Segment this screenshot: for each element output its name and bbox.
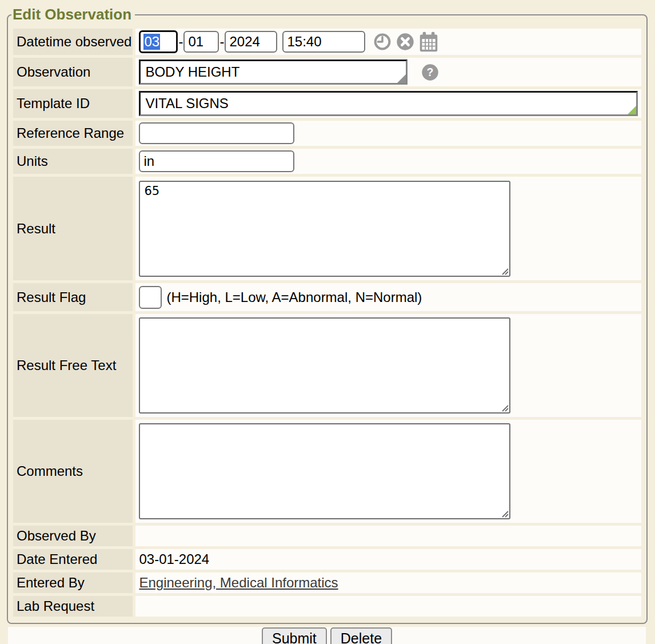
template-id-label: Template ID	[13, 89, 133, 118]
reference-range-input[interactable]	[139, 122, 294, 144]
reference-range-label: Reference Range	[13, 121, 133, 146]
datetime-label: Datetime observed	[13, 29, 133, 55]
date-separator: -	[178, 34, 183, 50]
result-textarea[interactable]: 65	[139, 181, 510, 277]
result-flag-hint: (H=High, L=Low, A=Abnormal, N=Normal)	[166, 289, 422, 305]
template-id-select[interactable]: VITAL SIGNS	[139, 91, 638, 116]
row-comments: Comments	[13, 420, 641, 523]
submit-button[interactable]: Submit	[262, 627, 327, 644]
clear-icon[interactable]	[396, 33, 414, 51]
time-input[interactable]	[282, 31, 365, 53]
row-units: Units	[13, 149, 641, 174]
form-actions: Submit Delete	[8, 627, 646, 644]
date-entered-value: 03-01-2024	[135, 549, 641, 570]
day-input[interactable]	[183, 31, 219, 53]
svg-text:?: ?	[427, 66, 434, 78]
entered-by-link[interactable]: Engineering, Medical Informatics	[139, 575, 338, 590]
row-result-free-text: Result Free Text	[13, 314, 641, 417]
units-label: Units	[13, 149, 133, 174]
result-free-text-textarea[interactable]	[139, 317, 510, 414]
comments-label: Comments	[13, 420, 133, 523]
resize-grip-icon[interactable]	[501, 404, 509, 412]
lab-request-value	[135, 596, 641, 617]
result-flag-input[interactable]	[139, 286, 162, 309]
delete-button[interactable]: Delete	[330, 627, 392, 644]
date-separator: -	[219, 34, 224, 50]
entered-by-label: Entered By	[13, 573, 133, 593]
month-input[interactable]: 03	[139, 30, 178, 53]
row-entered-by: Entered By Engineering, Medical Informat…	[13, 573, 641, 593]
edit-observation-fieldset: Edit Observation Datetime observed 03 - …	[7, 6, 648, 624]
units-input[interactable]	[139, 150, 294, 172]
row-template-id: Template ID VITAL SIGNS	[13, 89, 641, 118]
observation-label: Observation	[13, 58, 133, 86]
row-date-entered: Date Entered 03-01-2024	[13, 549, 641, 570]
template-id-selected-value: VITAL SIGNS	[145, 96, 228, 112]
observed-by-value	[135, 526, 641, 546]
row-result-flag: Result Flag (H=High, L=Low, A=Abnormal, …	[13, 283, 641, 311]
year-input[interactable]	[225, 31, 277, 53]
lab-request-label: Lab Request	[13, 596, 133, 617]
result-label: Result	[13, 177, 133, 280]
observed-by-label: Observed By	[13, 526, 133, 546]
row-reference-range: Reference Range	[13, 121, 641, 146]
result-free-text-label: Result Free Text	[13, 314, 133, 417]
clock-icon[interactable]	[373, 33, 392, 51]
resize-grip-icon[interactable]	[501, 267, 509, 275]
row-observation: Observation BODY HEIGHT ?	[13, 58, 641, 86]
row-observed-by: Observed By	[13, 526, 641, 546]
row-result: Result 65	[13, 177, 641, 280]
observation-select[interactable]: BODY HEIGHT	[139, 59, 408, 85]
date-entered-label: Date Entered	[13, 549, 133, 570]
observation-form-table: Datetime observed 03 - -	[10, 26, 644, 619]
resize-grip-icon[interactable]	[501, 510, 509, 518]
row-datetime: Datetime observed 03 - -	[13, 29, 641, 55]
calendar-icon[interactable]	[419, 31, 438, 52]
comments-textarea[interactable]	[139, 423, 510, 519]
help-icon[interactable]: ?	[421, 63, 439, 81]
form-legend: Edit Observation	[11, 6, 135, 23]
result-flag-label: Result Flag	[13, 283, 133, 311]
row-lab-request: Lab Request	[13, 596, 641, 617]
month-value: 03	[143, 34, 160, 50]
observation-selected-value: BODY HEIGHT	[145, 64, 239, 80]
